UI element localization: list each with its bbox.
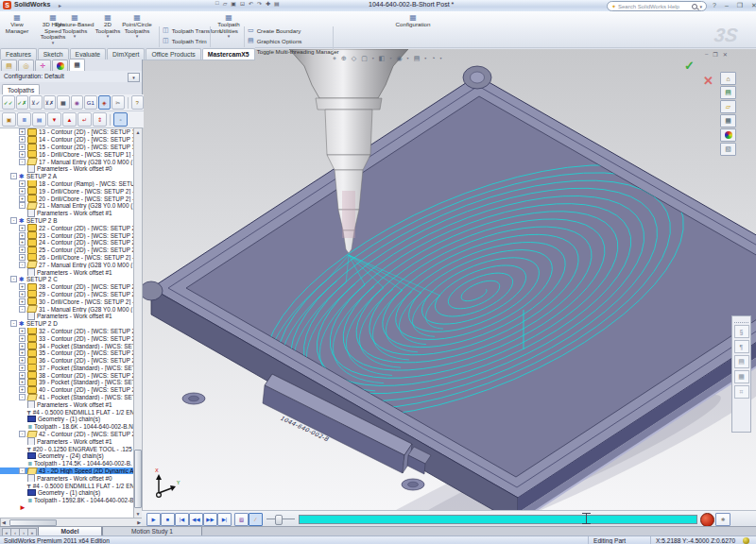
expand-toggle[interactable]: + — [19, 232, 26, 239]
expand-toggle[interactable]: + — [19, 225, 26, 231]
tab-office-products[interactable]: Office Products — [146, 48, 200, 60]
tree-item[interactable]: +22 - Contour (2D) - [WCS: SETUP 2] - [T… — [0, 224, 133, 231]
operations-tree[interactable]: +13 - Contour (2D) - [WCS: SETUP 1] - [T… — [0, 128, 133, 518]
tree-item[interactable]: +40 - Contour (2D) - [WCS: SETUP 2] - [T… — [0, 386, 133, 394]
help-key-button[interactable]: ? — [131, 95, 145, 110]
panel-tab-mastercam-manager[interactable]: ▦ — [69, 59, 85, 71]
panel-tab-featuremanager[interactable]: ▤ — [1, 60, 17, 71]
scroll-right-arrow[interactable]: ▶ — [137, 518, 141, 526]
graphics-viewport[interactable]: 1044-640-002-B — [142, 49, 756, 510]
expand-toggle[interactable]: + — [19, 335, 26, 342]
expand-toggle[interactable]: + — [19, 246, 26, 253]
section-button[interactable]: § — [734, 325, 749, 338]
hud-dropdown-icon[interactable]: ▾ — [407, 56, 409, 60]
expand-toggle[interactable]: + — [19, 357, 26, 364]
expand-toggle[interactable]: - — [10, 320, 17, 327]
record-button[interactable] — [700, 513, 714, 527]
tree-item[interactable]: Parameters - Work offset #0 — [0, 474, 133, 482]
tree-item[interactable]: -✱SETUP 2 C — [0, 276, 133, 283]
tree-item[interactable]: -27 - Manual Entry (G28 Y0.0 M00 ( INSTA — [0, 261, 133, 268]
expand-toggle[interactable]: - — [19, 431, 26, 437]
toggle-toolpath-tree-button[interactable]: ≣ — [17, 112, 31, 127]
expand-toggle[interactable]: - — [10, 276, 17, 282]
play-button[interactable]: ▶ — [146, 513, 161, 526]
playback-progress-bar[interactable] — [299, 515, 697, 524]
step-forward-button[interactable]: ▶▶ — [203, 513, 217, 526]
tree-item[interactable]: Parameters - Work offset #1 — [0, 313, 133, 320]
tree-item[interactable]: ≣Toolpath - 18.6K - 1044-640-002-B.N — [0, 423, 133, 431]
expand-toggle[interactable]: + — [19, 144, 26, 150]
toolbar-grip[interactable] — [734, 317, 748, 323]
tree-item[interactable]: +37 - Pocket (Standard) - [WCS: SETUP 2] — [0, 365, 133, 372]
ribbon-item-toggle-multi-threading-manager[interactable]: ▥Toggle Multi-threading Manager — [248, 46, 339, 56]
ribbon-item-graphics-options[interactable]: ▤Graphics Options — [248, 36, 301, 45]
tree-item[interactable]: +32 - Contour (2D) - [WCS: SETUP 2] - [T… — [0, 328, 133, 335]
scene-icon[interactable]: ◔ — [431, 55, 435, 61]
appearance-icon[interactable]: ▤ — [414, 55, 421, 62]
expand-toggle[interactable]: + — [19, 328, 26, 334]
filter-button[interactable]: ✱ — [715, 513, 730, 526]
tree-item[interactable]: Parameters - Work offset #1 — [0, 210, 133, 217]
expand-toggle[interactable]: + — [19, 386, 26, 393]
insertion-marker-row[interactable]: ► — [0, 504, 133, 512]
tab-features[interactable]: Features — [0, 48, 37, 60]
attach-icon[interactable]: ✚ — [266, 0, 270, 7]
display-style-icon[interactable]: ◧ — [379, 55, 386, 62]
tree-item[interactable]: Geometry - (24) chain(s) — [0, 452, 133, 460]
panel-tab-appearances[interactable] — [52, 60, 68, 71]
search-box[interactable]: ✦ Search SolidWorks Help ▾ — [607, 1, 707, 11]
expand-toggle[interactable]: - — [19, 306, 26, 313]
close-button[interactable]: ✕ — [749, 1, 756, 10]
expand-toggle[interactable]: - — [10, 173, 17, 179]
expand-toggle[interactable]: - — [19, 468, 26, 474]
expand-toggle[interactable]: - — [19, 262, 26, 268]
help-button[interactable]: ? — [711, 1, 718, 10]
view-orientation-icon[interactable]: ▢ — [361, 55, 368, 62]
speed-slider-thumb[interactable] — [275, 515, 283, 525]
select-all-operations-button[interactable]: ✓✓ — [2, 95, 15, 110]
expand-toggle[interactable]: - — [19, 202, 26, 209]
print-icon[interactable]: ⊡ — [240, 0, 245, 7]
tree-item[interactable]: +20 - Drill/Cbore - [WCS: SETUP 2] - [Tp… — [0, 195, 133, 202]
tree-item[interactable]: ┳#20 - 0.1250 ENGRAVE TOOL - .125 — [0, 445, 133, 452]
search-dropdown-icon[interactable]: ▾ — [699, 4, 702, 9]
expand-toggle[interactable]: + — [19, 372, 26, 379]
post-g1-button[interactable]: G1 — [84, 95, 97, 110]
toggle-trace-button[interactable]: ∕ — [249, 513, 263, 526]
tree-item[interactable]: Parameters - Work offset #1 — [0, 437, 133, 445]
verify-button[interactable]: ◉ — [71, 95, 84, 110]
confirm-cancel-icon[interactable]: ✕ — [703, 74, 713, 88]
doc-minimize-button[interactable]: – — [705, 51, 708, 58]
tree-item[interactable]: +15 - Contour (2D) - [WCS: SETUP 1] - [T… — [0, 144, 133, 151]
tree-item[interactable]: -31 - Manual Entry (G28 Y0.0 M00 ( INSER — [0, 305, 133, 313]
delete-toolpaths-button[interactable]: ✂ — [112, 95, 125, 110]
expand-toggle[interactable]: + — [19, 343, 26, 349]
unselect-all-operations-button[interactable]: ✓✗ — [16, 95, 29, 110]
tree-item[interactable]: +30 - Drill/Cbore - [WCS: SETUP 2] - [Tp… — [0, 298, 133, 305]
tree-item[interactable]: +26 - Drill/Cbore - [WCS: SETUP 2] - [Tp… — [0, 254, 133, 262]
tree-item[interactable]: -✱SETUP 2 A — [0, 173, 133, 180]
configuration-dropdown-button[interactable]: ▾ — [128, 73, 140, 82]
expand-toggle[interactable]: + — [19, 254, 26, 261]
new-document-icon[interactable]: □ — [215, 0, 219, 7]
expand-toggle[interactable]: + — [19, 291, 26, 298]
move-insert-down-button[interactable]: ▼ — [47, 112, 61, 127]
ribbon-button-view-manager[interactable]: ▦View Manager — [3, 13, 31, 44]
tab-mastercamx5[interactable]: MastercamX5 — [202, 48, 255, 60]
regen-selected-button[interactable]: ⊻✓ — [29, 95, 43, 110]
expand-toggle[interactable]: - — [19, 159, 26, 165]
tree-item[interactable]: -43 - 2D High Speed (2D Dynamic Area Mil… — [0, 468, 133, 475]
scroll-left-arrow[interactable]: ◀ — [2, 518, 6, 526]
scroll-insert-button[interactable]: ⇕ — [93, 112, 107, 127]
tree-item[interactable]: +28 - Contour (2D) - [WCS: SETUP 2] - [T… — [0, 283, 133, 291]
tree-item[interactable]: +36 - Contour (2D) - [WCS: SETUP 2] - [T… — [0, 357, 133, 365]
tree-item[interactable]: +35 - Contour (2D) - [WCS: SETUP 2] - [T… — [0, 349, 133, 357]
tree-item[interactable]: Parameters - Work offset #1 — [0, 268, 133, 276]
ribbon-button-2d-toolpaths[interactable]: ▦2D Toolpaths▾ — [94, 13, 122, 44]
tree-item[interactable]: -42 - Contour (2D) - [WCS: SETUP 2] - [T… — [0, 431, 133, 438]
confirm-ok-icon[interactable]: ✓ — [684, 59, 695, 73]
expand-toggle[interactable]: - — [10, 217, 17, 224]
backplot-button[interactable]: ▦ — [57, 95, 70, 110]
step-button[interactable]: ¶ — [734, 340, 749, 353]
expand-toggle[interactable]: + — [19, 196, 26, 202]
